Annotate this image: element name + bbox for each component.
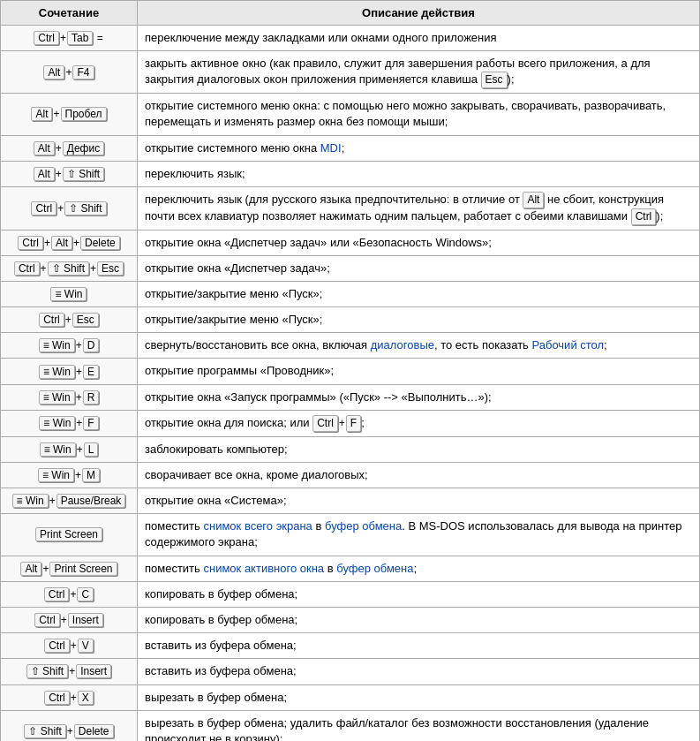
- table-row: Ctrl+Insertкопировать в буфер обмена;: [1, 607, 700, 632]
- header-shortcut: Сочетание: [1, 1, 138, 26]
- shortcut-cell: Ctrl+V: [1, 633, 138, 659]
- table-row: Alt+Print Screenпоместить снимок активно…: [1, 556, 700, 581]
- description-cell: открытие окна «Система»;: [137, 488, 699, 514]
- table-row: ⇧ Shift+Deleteвырезать в буфер обмена; у…: [1, 710, 700, 741]
- shortcut-cell: ⇧ Shift+Delete: [1, 710, 138, 741]
- description-cell: поместить снимок всего экрана в буфер об…: [137, 514, 699, 556]
- shortcut-cell: Print Screen: [1, 514, 138, 556]
- table-row: Ctrl+Tab =переключение между закладками …: [1, 26, 700, 51]
- table-row: Alt+Пробелоткрытие системного меню окна:…: [1, 94, 700, 135]
- table-row: Ctrl+Escоткрытие/закрытие меню «Пуск»;: [1, 307, 700, 333]
- description-cell: поместить снимок активного окна в буфер …: [137, 556, 699, 581]
- keyboard-shortcuts-table: Сочетание Описание действия Ctrl+Tab =пе…: [0, 0, 700, 741]
- shortcut-cell: Ctrl+C: [1, 581, 138, 607]
- table-row: Ctrl+Cкопировать в буфер обмена;: [1, 581, 700, 607]
- description-cell: открытие окна «Диспетчер задач»;: [137, 255, 699, 281]
- description-cell: переключить язык;: [137, 161, 699, 186]
- description-cell: открытие программы «Проводник»;: [137, 359, 699, 384]
- shortcut-cell: Ctrl+Esc: [1, 307, 138, 333]
- header-description: Описание действия: [137, 1, 699, 26]
- shortcut-cell: Alt+Дефис: [1, 135, 138, 161]
- shortcut-cell: Ctrl+⇧ Shift+Esc: [1, 255, 138, 281]
- shortcut-cell: Alt+Пробел: [1, 94, 138, 135]
- shortcut-cell: ≡ Win+F: [1, 410, 138, 436]
- shortcut-cell: Alt+⇧ Shift: [1, 161, 138, 186]
- shortcut-cell: Ctrl+Alt+Delete: [1, 230, 138, 255]
- shortcut-cell: Ctrl+⇧ Shift: [1, 186, 138, 230]
- table-row: Ctrl+⇧ Shiftпереключить язык (для русско…: [1, 186, 700, 230]
- shortcut-cell: ⇧ Shift+Insert: [1, 659, 138, 684]
- description-cell: вставить из буфера обмена;: [137, 633, 699, 659]
- description-cell: открытие/закрытие меню «Пуск»;: [137, 307, 699, 333]
- table-row: Alt+⇧ Shiftпереключить язык;: [1, 161, 700, 186]
- table-row: Ctrl+Vвставить из буфера обмена;: [1, 633, 700, 659]
- description-cell: открытие окна для поиска; или Ctrl+F;: [137, 410, 699, 436]
- table-row: Ctrl+Xвырезать в буфер обмена;: [1, 684, 700, 710]
- shortcut-cell: ≡ Win+D: [1, 333, 138, 359]
- shortcut-cell: Ctrl+X: [1, 684, 138, 710]
- description-cell: открытие окна «Диспетчер задач» или «Без…: [137, 230, 699, 255]
- description-cell: заблокировать компьютер;: [137, 436, 699, 462]
- table-row: ≡ Winоткрытие/закрытие меню «Пуск»;: [1, 281, 700, 306]
- description-cell: вставить из буфера обмена;: [137, 659, 699, 684]
- table-row: Alt+Дефисоткрытие системного меню окна M…: [1, 135, 700, 161]
- description-cell: вырезать в буфер обмена;: [137, 684, 699, 710]
- table-row: Print Screenпоместить снимок всего экран…: [1, 514, 700, 556]
- description-cell: вырезать в буфер обмена; удалить файл/ка…: [137, 710, 699, 741]
- table-row: ≡ Win+Rоткрытие окна «Запуск программы» …: [1, 384, 700, 410]
- table-row: Ctrl+Alt+Deleteоткрытие окна «Диспетчер …: [1, 230, 700, 255]
- table-row: ≡ Win+Pause/Breakоткрытие окна «Система»…: [1, 488, 700, 514]
- table-row: ≡ Win+Fоткрытие окна для поиска; или Ctr…: [1, 410, 700, 436]
- shortcut-cell: ≡ Win+E: [1, 359, 138, 384]
- shortcut-cell: ≡ Win+L: [1, 436, 138, 462]
- description-cell: закрыть активное окно (как правило, служ…: [137, 51, 699, 94]
- shortcut-cell: Alt+Print Screen: [1, 556, 138, 581]
- description-cell: открытие системного меню окна MDI;: [137, 135, 699, 161]
- description-cell: сворачивает все окна, кроме диалоговых;: [137, 462, 699, 488]
- shortcut-cell: Alt+F4: [1, 51, 138, 94]
- shortcut-cell: ≡ Win+R: [1, 384, 138, 410]
- shortcut-cell: Ctrl+Tab =: [1, 26, 138, 51]
- table-row: ≡ Win+Dсвернуть/восстановить все окна, в…: [1, 333, 700, 359]
- shortcut-cell: ≡ Win+Pause/Break: [1, 488, 138, 514]
- table-row: ≡ Win+Eоткрытие программы «Проводник»;: [1, 359, 700, 384]
- description-cell: переключить язык (для русского языка пре…: [137, 186, 699, 230]
- table-row: ⇧ Shift+Insertвставить из буфера обмена;: [1, 659, 700, 684]
- description-cell: открытие/закрытие меню «Пуск»;: [137, 281, 699, 306]
- shortcut-cell: ≡ Win+M: [1, 462, 138, 488]
- shortcut-cell: ≡ Win: [1, 281, 138, 306]
- table-row: ≡ Win+Lзаблокировать компьютер;: [1, 436, 700, 462]
- table-row: Ctrl+⇧ Shift+Escоткрытие окна «Диспетчер…: [1, 255, 700, 281]
- description-cell: копировать в буфер обмена;: [137, 581, 699, 607]
- table-row: Alt+F4закрыть активное окно (как правило…: [1, 51, 700, 94]
- description-cell: открытие окна «Запуск программы» («Пуск»…: [137, 384, 699, 410]
- description-cell: открытие системного меню окна: с помощью…: [137, 94, 699, 135]
- table-row: ≡ Win+Mсворачивает все окна, кроме диало…: [1, 462, 700, 488]
- description-cell: свернуть/восстановить все окна, включая …: [137, 333, 699, 359]
- description-cell: копировать в буфер обмена;: [137, 607, 699, 632]
- description-cell: переключение между закладками или окнами…: [137, 26, 699, 51]
- shortcut-cell: Ctrl+Insert: [1, 607, 138, 632]
